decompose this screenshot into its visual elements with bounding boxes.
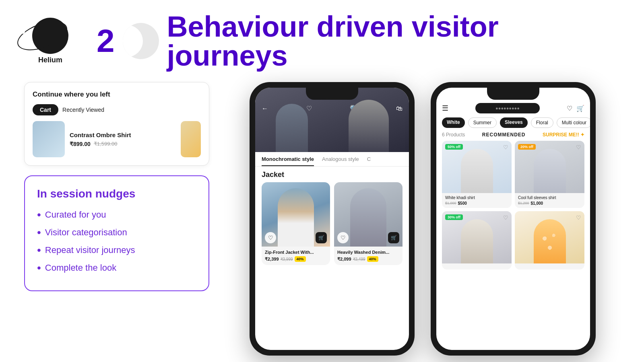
surprise-label[interactable]: SURPRISE ME!! ✦ (543, 132, 584, 138)
wishlist-btn-2[interactable]: ♡ (337, 232, 349, 243)
tab-more[interactable]: C (367, 156, 371, 166)
phone1-product-1[interactable]: ♡ 🛒 Zip-Front Jacket With... ₹2,399 ₹3,9… (262, 182, 330, 265)
phone1-product-1-img: ♡ 🛒 (262, 182, 330, 247)
moon-decoration (123, 23, 159, 59)
filter-sleeves[interactable]: Sleeves (500, 117, 528, 128)
figure-left (276, 104, 308, 152)
phone2-product-1[interactable]: 50% off ♡ White khadi shirt $1,000 $500 (442, 141, 512, 208)
phone2-product-2-img: 20% off ♡ (515, 141, 584, 193)
badge-product-1: 50% off (445, 144, 463, 150)
phone1-tabs: Monochromatic style Analogous style C (255, 152, 409, 167)
phone1-price-row-1: ₹2,399 ₹3,999 40% (265, 256, 327, 262)
page-title: Behaviour driven visitor journeys (167, 12, 620, 70)
product-info: Contrast Ombre Shirt ₹899.00 ₹1,599.00 (70, 132, 176, 147)
phone2-product-4-img: ♡ (515, 211, 584, 263)
header: Helium 2 Behaviour driven visitor journe… (0, 0, 644, 74)
section-number: 2 (97, 25, 115, 57)
filter-summer[interactable]: Summer (468, 117, 497, 128)
jacket-figure-2 (350, 188, 386, 247)
continue-card: Continue where you left Cart Recently Vi… (24, 82, 209, 166)
phone2-product-3[interactable]: 30% off ♡ (442, 211, 512, 269)
phone2-filter-row: White Summer Sleeves Floral Multi colour (436, 117, 590, 132)
product-thumbnail-2 (181, 121, 201, 157)
logo (24, 18, 76, 54)
logo-dot (20, 28, 26, 34)
floral-figure (534, 219, 566, 263)
phone-2-screen: ☰ ●●●●●●●●● ♡ 🛒 White Summer Sleeves Flo… (436, 88, 590, 350)
filter-white[interactable]: White (442, 117, 465, 128)
nudge-item-2: Visitor categorisation (37, 226, 196, 239)
phone1-product-2-info: Heavily Washed Denim... ₹2,099 ₹3,499 40… (334, 247, 402, 265)
phone1-badge-2: 40% (367, 256, 378, 262)
product-name: Contrast Ombre Shirt (70, 132, 176, 138)
nudges-card: In session nudges Curated for you Visito… (24, 175, 209, 291)
phone1-product-2-name: Heavily Washed Denim... (337, 250, 399, 255)
phone2-search-bar[interactable]: ●●●●●●●●● (475, 103, 540, 113)
wishlist-btn-1[interactable]: ♡ (265, 232, 276, 243)
cart-btn-2[interactable]: 🛒 (388, 232, 399, 243)
phone2-price-1: $500 (458, 201, 467, 206)
product-row: Contrast Ombre Shirt ₹899.00 ₹1,599.00 (33, 121, 201, 157)
phone2-product-1-info: White khadi shirt $1,000 $500 (442, 193, 512, 208)
continue-title: Continue where you left (33, 90, 201, 99)
filter-floral[interactable]: Floral (531, 117, 553, 128)
phone2-product-1-img: 50% off ♡ (442, 141, 512, 193)
phone2-top-icons: ♡ 🛒 (567, 105, 584, 112)
phone-1-screen: ← ♡ 🔍 🛍 Monochromatic style Analogous st… (255, 88, 409, 350)
phone-2: ☰ ●●●●●●●●● ♡ 🛒 White Summer Sleeves Flo… (431, 82, 596, 356)
price-current: ₹899.00 (70, 141, 91, 147)
recommended-label: RECOMMENDED (482, 132, 526, 138)
tab-cart[interactable]: Cart (33, 104, 58, 115)
phone2-orig-1: $1,000 (445, 201, 456, 206)
left-panel: Continue where you left Cart Recently Vi… (24, 82, 209, 291)
tab-recently-viewed[interactable]: Recently Viewed (62, 104, 104, 115)
phone1-product-1-info: Zip-Front Jacket With... ₹2,399 ₹3,999 4… (262, 247, 330, 265)
phone2-price-2: $1,000 (531, 201, 543, 206)
brand-name: Helium (38, 56, 62, 64)
phone2-orig-2: $1,200 (518, 201, 529, 206)
phone1-price-2: ₹2,099 (337, 257, 351, 262)
tab-monochromatic[interactable]: Monochromatic style (262, 156, 314, 166)
phone2-product-4[interactable]: ♡ (515, 211, 584, 269)
main-content: Continue where you left Cart Recently Vi… (0, 74, 644, 362)
phone2-name-1: White khadi shirt (445, 195, 508, 200)
phone1-orig-1: ₹3,999 (281, 257, 293, 261)
nudge-item-3: Repeat visitor journeys (37, 244, 196, 257)
hero-figures (255, 100, 409, 152)
phone2-bag-icon[interactable]: 🛒 (576, 105, 584, 112)
phone1-badge-1: 40% (295, 256, 306, 262)
phone2-product-3-info (442, 263, 512, 269)
phone2-product-2[interactable]: 20% off ♡ Cool full sleeves shirt $1,200… (515, 141, 584, 208)
product-count: 6 Products (442, 132, 465, 138)
heart-product-3[interactable]: ♡ (503, 214, 508, 221)
phone2-name-2: Cool full sleeves shirt (518, 195, 581, 200)
shirt-figure-2 (534, 149, 566, 193)
phone2-product-3-img: 30% off ♡ (442, 211, 512, 263)
heart-product-2[interactable]: ♡ (576, 144, 581, 150)
phone2-product-4-info (515, 263, 584, 269)
price-row: ₹899.00 ₹1,599.00 (70, 141, 176, 147)
phone2-heart-icon[interactable]: ♡ (567, 105, 572, 112)
price-original: ₹1,599.00 (94, 141, 118, 147)
phone-2-notch (487, 88, 539, 100)
phone-1-notch (306, 88, 358, 100)
phone1-product-2[interactable]: ♡ 🛒 Heavily Washed Denim... ₹2,099 ₹3,49… (334, 182, 402, 265)
product-thumbnail (33, 121, 65, 157)
phones-area: ← ♡ 🔍 🛍 Monochromatic style Analogous st… (225, 82, 620, 356)
badge-product-3: 30% off (445, 214, 463, 220)
phone2-meta-row: 6 Products RECOMMENDED SURPRISE ME!! ✦ (436, 132, 590, 141)
tab-row: Cart Recently Viewed (33, 104, 201, 115)
phone1-price-1: ₹2,399 (265, 257, 279, 262)
logo-area: Helium (24, 18, 76, 64)
phone2-product-2-info: Cool full sleeves shirt $1,200 $1,000 (515, 193, 584, 208)
tab-analogous[interactable]: Analogous style (322, 156, 359, 166)
nudge-item-4: Complete the look (37, 261, 196, 274)
cart-btn-1[interactable]: 🛒 (316, 232, 327, 243)
phone2-price-row-1: $1,000 $500 (445, 201, 508, 206)
figure-center (349, 100, 389, 152)
filter-multi[interactable]: Multi colour (557, 117, 590, 128)
heart-product-1[interactable]: ♡ (503, 144, 508, 150)
phone1-products: ♡ 🛒 Zip-Front Jacket With... ₹2,399 ₹3,9… (255, 182, 409, 265)
hamburger-icon[interactable]: ☰ (442, 104, 448, 113)
heart-product-4[interactable]: ♡ (576, 214, 581, 221)
